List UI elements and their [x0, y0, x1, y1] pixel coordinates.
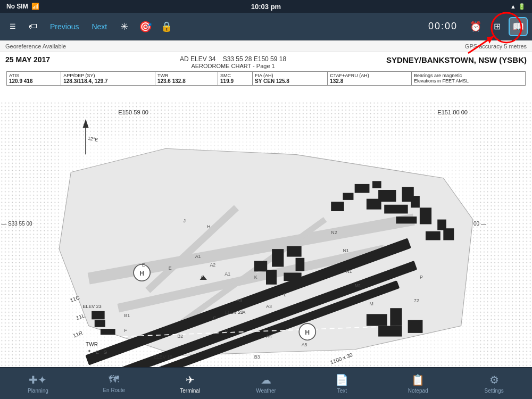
svg-rect-20	[343, 193, 353, 200]
coord-left-mid: — S33 55 00	[1, 221, 32, 227]
twy-c2: C	[213, 315, 217, 321]
twy-a3: A3	[236, 298, 242, 303]
tab-text[interactable]: 📄 Text	[304, 368, 380, 399]
twr-label: TWR	[86, 342, 98, 347]
twy-k: K	[254, 275, 257, 280]
svg-rect-23	[396, 217, 417, 223]
svg-rect-19	[411, 196, 420, 207]
twy-a2: A2	[210, 262, 215, 268]
svg-rect-32	[254, 261, 267, 271]
planning-label: Planning	[28, 388, 48, 394]
coord-top-left: E150 59 00	[118, 109, 148, 115]
settings-icon: ⚙	[489, 373, 499, 386]
svg-rect-24	[420, 207, 431, 224]
alarm-icon: ⏰	[470, 21, 481, 32]
enroute-icon: 🗺	[109, 373, 119, 386]
svg-rect-21	[331, 202, 344, 211]
tab-settings[interactable]: ⚙ Settings	[456, 368, 532, 399]
chart-ad-elev: AD ELEV 34 S33 55 28 E150 59 18	[80, 55, 386, 63]
wifi-icon: 📶	[31, 3, 39, 10]
tab-weather[interactable]: ☁ Weather	[228, 368, 304, 399]
next-label: Next	[92, 22, 107, 31]
twy-m: M	[369, 301, 373, 306]
brightness-button[interactable]: ✳	[114, 17, 134, 36]
book-button[interactable]: 📖	[509, 17, 528, 36]
notepad-label: Notepad	[408, 388, 428, 394]
svg-rect-18	[384, 205, 408, 214]
helipad-h-2: H	[305, 329, 310, 336]
freq-ctaf-label: CTAF+AFRU (AH)	[330, 73, 409, 78]
freq-twr-value: 123.6 132.8	[157, 78, 215, 84]
svg-rect-14	[355, 184, 370, 193]
twy-72: 72	[414, 298, 419, 303]
svg-rect-34	[92, 311, 104, 320]
twy-a: A	[243, 310, 246, 315]
chart-title-block: AD ELEV 34 S33 55 28 E150 59 18 AERODROM…	[80, 55, 386, 69]
grid-icon: ⊞	[494, 21, 501, 31]
chart-type: AERODROME CHART - Page 1	[80, 63, 386, 69]
svg-rect-28	[272, 249, 284, 267]
toolbar: ☰ 🏷 Previous Next ✳ 🎯 🔒 00:00 ⏰ ⊞ 📖	[0, 13, 532, 40]
tab-terminal[interactable]: ✈ Terminal	[152, 368, 228, 399]
info-bar: Georeference Available GPS accuracy 5 me…	[0, 40, 532, 52]
twy-b2: B2	[177, 334, 183, 339]
twy-b3: B3	[254, 354, 260, 360]
lock-icon: 🔒	[161, 21, 172, 32]
previous-label: Previous	[50, 22, 79, 31]
status-right: ▲ 🔋	[510, 3, 526, 10]
freq-appdep-value: 128.3/118.4, 129.7	[63, 78, 153, 84]
lock-button[interactable]: 🔒	[157, 17, 176, 36]
text-label: Text	[337, 388, 347, 394]
freq-atis-label: ATIS	[9, 73, 59, 78]
twy-e2: E	[169, 265, 172, 271]
twy-m1: M1	[355, 283, 361, 288]
tab-enroute[interactable]: 🗺 En Route	[76, 368, 152, 399]
chart-airport-name: SYDNEY/BANKSTOWN, NSW (YSBK)	[386, 55, 527, 64]
frequency-table: ATIS 120.9 416 APP/DEP (SY) 128.3/118.4,…	[6, 71, 526, 86]
freq-fia-label: FIA (AH)	[255, 73, 325, 78]
chart-date: 25 MAY 2017	[5, 55, 80, 64]
menu-icon: ☰	[10, 22, 16, 30]
brightness-icon: ✳	[120, 21, 128, 32]
twy-h: H	[207, 224, 210, 229]
twy-a1b: A1	[225, 271, 230, 277]
menu-button[interactable]: ☰	[4, 19, 21, 34]
twy-a4: A4	[266, 334, 272, 339]
svg-rect-30	[296, 258, 305, 271]
twy-a5: A5	[302, 342, 307, 347]
previous-button[interactable]: Previous	[45, 19, 84, 34]
svg-rect-27	[443, 228, 454, 240]
twy-n1b: N1	[346, 269, 352, 274]
notepad-icon: 📋	[411, 373, 425, 386]
carrier-label: No SIM	[6, 3, 28, 10]
svg-rect-38	[390, 308, 402, 326]
twy-l: L	[284, 292, 286, 297]
svg-rect-33	[266, 270, 277, 285]
chart-coords: S33 55 28 E150 59 18	[223, 55, 286, 63]
svg-rect-26	[426, 231, 440, 240]
freq-smc-value: 119.9	[220, 78, 250, 84]
svg-rect-29	[287, 246, 302, 257]
tab-notepad[interactable]: 📋 Notepad	[380, 368, 456, 399]
svg-rect-37	[367, 314, 387, 326]
compass-button[interactable]: 🎯	[136, 17, 155, 36]
georeference-label: Georeference Available	[5, 43, 66, 49]
twy-c3: C	[225, 328, 228, 333]
chart-area: 25 MAY 2017 AD ELEV 34 S33 55 28 E150 59…	[0, 52, 532, 367]
weather-label: Weather	[256, 388, 276, 394]
twy-j: J	[183, 218, 185, 223]
twr-g: G	[103, 350, 107, 355]
battery-icon: 🔋	[518, 3, 526, 10]
grid-button[interactable]: ⊞	[487, 17, 506, 36]
freq-atis-value: 120.9 416	[9, 78, 59, 84]
tab-planning[interactable]: ✚✦ Planning	[0, 368, 76, 399]
freq-ctaf-value: 132.8	[330, 78, 409, 84]
briefing-button[interactable]: 🏷	[23, 19, 43, 35]
svg-rect-15	[372, 181, 381, 188]
bearings-note: Bearings are magnetic	[414, 73, 523, 78]
signal-icon: ▲	[510, 3, 516, 10]
freq-appdep-label: APP/DEP (SY)	[63, 73, 153, 78]
next-button[interactable]: Next	[86, 19, 112, 34]
timer-display: 00:00	[428, 21, 458, 32]
alarm-button[interactable]: ⏰	[466, 17, 485, 36]
